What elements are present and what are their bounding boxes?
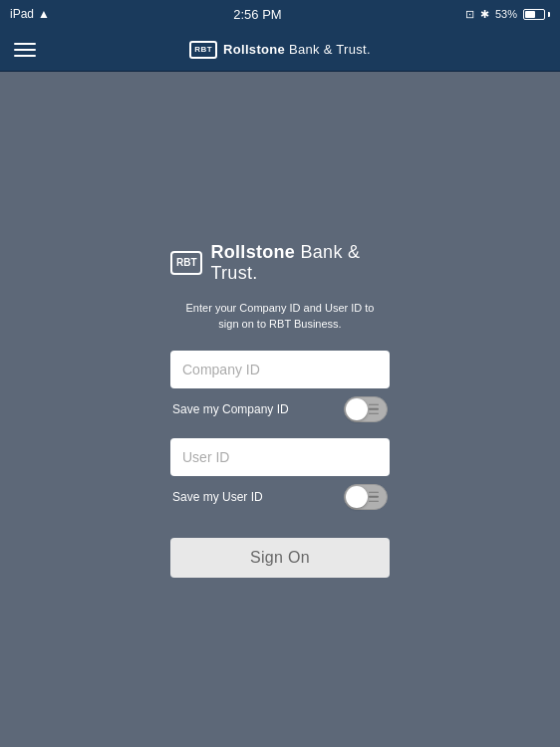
toggle-lines <box>369 403 379 414</box>
nav-logo-brand: Rollstone <box>223 42 285 57</box>
login-card: RBT Rollstone Bank & Trust. Enter your C… <box>170 242 390 578</box>
toggle-knob <box>346 398 368 420</box>
nav-bar: RBT Rollstone Bank & Trust. <box>0 28 560 72</box>
logo-section: RBT Rollstone Bank & Trust. <box>170 242 390 284</box>
battery-icon <box>523 9 550 20</box>
airplay-icon: ⊡ <box>465 8 474 21</box>
save-user-toggle[interactable] <box>344 484 388 510</box>
status-bar: iPad ▲ 2:56 PM ⊡ ✱ 53% <box>0 0 560 28</box>
status-right: ⊡ ✱ 53% <box>465 8 550 21</box>
status-time: 2:56 PM <box>233 7 281 22</box>
nav-logo-text: Rollstone Bank & Trust. <box>223 42 371 57</box>
battery-percent: 53% <box>495 8 517 20</box>
company-id-input[interactable] <box>170 351 390 388</box>
logo-badge: RBT <box>170 251 202 275</box>
user-id-input[interactable] <box>170 438 390 476</box>
device-label: iPad <box>10 7 34 21</box>
nav-logo-suffix: Bank & Trust. <box>285 42 371 57</box>
sign-on-button[interactable]: Sign On <box>170 538 390 578</box>
user-id-group: Save my User ID <box>170 438 390 510</box>
logo-text: Rollstone Bank & Trust. <box>210 242 390 284</box>
logo-brand: Rollstone <box>210 242 295 262</box>
nav-logo: RBT Rollstone Bank & Trust. <box>189 41 371 59</box>
login-subtitle: Enter your Company ID and User ID to sig… <box>180 300 380 333</box>
save-company-row: Save my Company ID <box>170 396 390 422</box>
toggle-lines-user <box>369 491 379 502</box>
hamburger-menu-icon[interactable] <box>14 43 36 57</box>
nav-logo-badge: RBT <box>189 41 217 59</box>
main-content: RBT Rollstone Bank & Trust. Enter your C… <box>0 72 560 747</box>
save-company-toggle[interactable] <box>344 396 388 422</box>
status-left: iPad ▲ <box>10 7 50 21</box>
save-user-label: Save my User ID <box>172 490 263 504</box>
toggle-knob-user <box>346 486 368 508</box>
save-user-row: Save my User ID <box>170 484 390 510</box>
save-company-label: Save my Company ID <box>172 402 289 416</box>
signal-icon: ▲ <box>38 7 50 21</box>
bluetooth-icon: ✱ <box>480 8 489 21</box>
company-id-group: Save my Company ID <box>170 351 390 422</box>
